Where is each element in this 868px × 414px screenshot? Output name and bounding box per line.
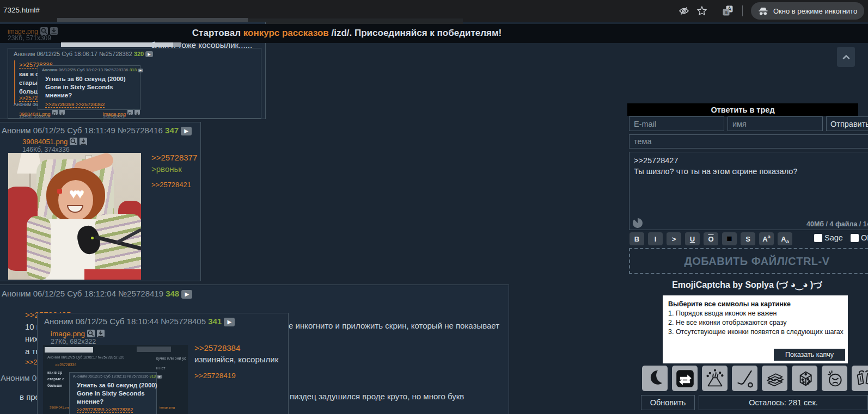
captcha-timer: Осталось: 281 сек. bbox=[699, 395, 868, 410]
post-count[interactable]: 347 bbox=[165, 126, 179, 135]
angry-face-icon[interactable] bbox=[822, 366, 847, 391]
expand-post-icon[interactable]: ▶ bbox=[224, 318, 235, 326]
reply-link[interactable]: >>25728384 bbox=[194, 343, 240, 353]
mini-fragment: н нет bbox=[156, 366, 166, 370]
eye-off-icon[interactable] bbox=[678, 5, 689, 16]
format-button-0[interactable]: B bbox=[629, 232, 644, 245]
expand-post-icon[interactable]: ▶ bbox=[145, 51, 152, 57]
file-limits-text: 40Мб / 4 файла / 149 bbox=[806, 220, 868, 228]
email-field[interactable] bbox=[629, 116, 724, 131]
post-number[interactable]: №25728405 bbox=[161, 317, 206, 326]
expand-post-icon[interactable]: ▶ bbox=[181, 290, 192, 299]
preview-thumbnail-edge[interactable] bbox=[61, 42, 181, 47]
greentext-line: >рвоньк bbox=[151, 164, 182, 174]
captcha-instruction-line: 3. Отсутствующие иконки появятся в следу… bbox=[668, 328, 848, 337]
url-text[interactable]: 7325.html# bbox=[3, 6, 40, 14]
download-icon[interactable] bbox=[97, 330, 105, 337]
post-header: Аноним 06/12/25 Суб 18:11:49 №25728416 3… bbox=[2, 126, 192, 135]
scroll-top-button[interactable] bbox=[837, 47, 855, 67]
repeat-arrows-icon[interactable] bbox=[672, 366, 698, 391]
post-body-line: Угнать за 60 секунд (2000) bbox=[77, 382, 157, 388]
crescent-moon-icon[interactable] bbox=[642, 366, 668, 391]
post-number[interactable]: №25728336 bbox=[127, 374, 149, 378]
post-date: 06/12/25 Суб 18:10:44 bbox=[76, 317, 158, 326]
op-checkbox[interactable] bbox=[851, 234, 859, 242]
expand-post-icon[interactable]: ▶ bbox=[138, 69, 143, 72]
format-button-1[interactable]: I bbox=[648, 232, 663, 245]
search-icon[interactable] bbox=[40, 27, 48, 35]
reply-link[interactable]: >>25728421 bbox=[151, 181, 191, 189]
reply-link[interactable]: >>25728419 bbox=[194, 372, 236, 380]
post-count[interactable]: 313 bbox=[150, 374, 156, 378]
format-button-8[interactable]: Aa bbox=[778, 232, 792, 245]
post-image-thumbnail[interactable]: ♥♥ bbox=[8, 153, 141, 280]
comment-textarea[interactable]: >>25728427 Ты шизло? что ты на этом скри… bbox=[629, 152, 868, 230]
expand-post-icon[interactable]: ▶ bbox=[157, 375, 162, 379]
format-button-7[interactable]: Aa bbox=[759, 232, 774, 245]
search-icon[interactable] bbox=[87, 330, 95, 337]
glasses-red-dot bbox=[57, 189, 62, 194]
post-date: 06/12/25 Суб 18:12:04 bbox=[33, 289, 116, 298]
format-button-3[interactable]: U bbox=[685, 232, 700, 245]
captcha-title: EmojiCaptcha by Soplya (づ ◕‿◕ )づ bbox=[627, 280, 867, 291]
expand-post-icon[interactable]: ▶ bbox=[181, 127, 192, 135]
post-header: Аноним 06/12/25 Суб 18:02:13 №25728336 3… bbox=[73, 374, 162, 379]
reply-links[interactable]: >>25728359 >>25728362 bbox=[77, 407, 133, 412]
search-icon[interactable] bbox=[70, 138, 77, 145]
post-count[interactable]: 341 bbox=[208, 317, 222, 326]
cardigan-left bbox=[27, 216, 51, 280]
post-body-line: е инкогнито и приложить скрин, который н… bbox=[289, 321, 499, 330]
show-captcha-button[interactable]: Показать капчу bbox=[774, 349, 845, 361]
search-icon[interactable] bbox=[52, 109, 58, 115]
post-number[interactable]: №25728362 bbox=[99, 51, 132, 57]
file-row: image.png bbox=[51, 329, 105, 338]
format-button-2[interactable]: > bbox=[667, 232, 681, 245]
download-icon[interactable] bbox=[50, 27, 58, 35]
file-link[interactable]: 39084051.png bbox=[22, 138, 68, 146]
subject-field[interactable] bbox=[629, 134, 868, 149]
post-number[interactable]: №25728336 bbox=[104, 67, 128, 72]
reply-links[interactable]: >>25728359 >>25728362 bbox=[45, 101, 105, 107]
submit-button[interactable]: Отправить bbox=[826, 116, 868, 131]
beer-mugs-icon[interactable] bbox=[852, 366, 868, 391]
format-buttons-row: BI>UO■SAaAa bbox=[629, 232, 792, 245]
post-count[interactable]: 320 bbox=[134, 51, 144, 57]
post-body-line: мнение? bbox=[45, 92, 72, 98]
search-icon[interactable] bbox=[127, 109, 133, 115]
format-button-4[interactable]: O bbox=[704, 232, 718, 245]
heart-glasses: ♥♥ bbox=[59, 186, 92, 202]
name-field[interactable] bbox=[728, 116, 823, 131]
mini-post-header: Аноним 06/12/25 Суб 18:06:17 №25728362 3… bbox=[47, 355, 124, 359]
post-count[interactable]: 348 bbox=[166, 289, 179, 298]
field-hockey-icon[interactable] bbox=[732, 366, 757, 391]
mini-fragment: кучно или они ус bbox=[156, 356, 186, 360]
post-number[interactable]: №25728419 bbox=[118, 289, 163, 298]
resize-grip-icon[interactable] bbox=[632, 217, 644, 229]
captcha-timer-text: Осталось: 281 сек. bbox=[749, 398, 818, 407]
bookmark-star-icon[interactable] bbox=[696, 5, 707, 16]
poster-name: Аноним bbox=[73, 374, 87, 378]
sandwich-icon[interactable] bbox=[762, 366, 787, 391]
post-body-line: мнение? bbox=[77, 398, 103, 405]
volcano-icon[interactable] bbox=[702, 366, 728, 391]
download-icon[interactable] bbox=[59, 109, 65, 115]
file-dropzone[interactable]: ДОБАВИТЬ ФАЙЛ/CTRL-V bbox=[629, 248, 868, 274]
reply-link[interactable]: >>25728377 bbox=[151, 153, 197, 162]
post-number[interactable]: №25728416 bbox=[118, 126, 163, 135]
post-count[interactable]: 313 bbox=[130, 67, 137, 72]
captcha-instruction-line: 1. Порядок ввода иконок не важен bbox=[668, 309, 848, 318]
post-body-line: Gone in Sixty Seconds bbox=[77, 390, 145, 397]
download-icon[interactable] bbox=[80, 138, 87, 145]
format-button-5[interactable]: ■ bbox=[722, 232, 737, 245]
sage-checkbox[interactable] bbox=[814, 234, 822, 242]
banner-contest-link[interactable]: конкурс рассказов bbox=[243, 28, 329, 38]
post-header: Аноним 06/12/25 Суб 18:12:04 №25728419 3… bbox=[2, 289, 192, 299]
post-body-line: Угнать за 60 секунд (2000) bbox=[45, 76, 126, 82]
translate-icon[interactable]: Aa bbox=[722, 5, 733, 16]
mini-light-bar bbox=[45, 347, 93, 353]
file-link[interactable]: image.png bbox=[51, 330, 85, 338]
dice-icon[interactable] bbox=[792, 366, 817, 391]
refresh-captcha-button[interactable]: Обновить bbox=[641, 395, 695, 410]
download-icon[interactable] bbox=[135, 109, 140, 115]
format-button-6[interactable]: S bbox=[741, 232, 755, 245]
